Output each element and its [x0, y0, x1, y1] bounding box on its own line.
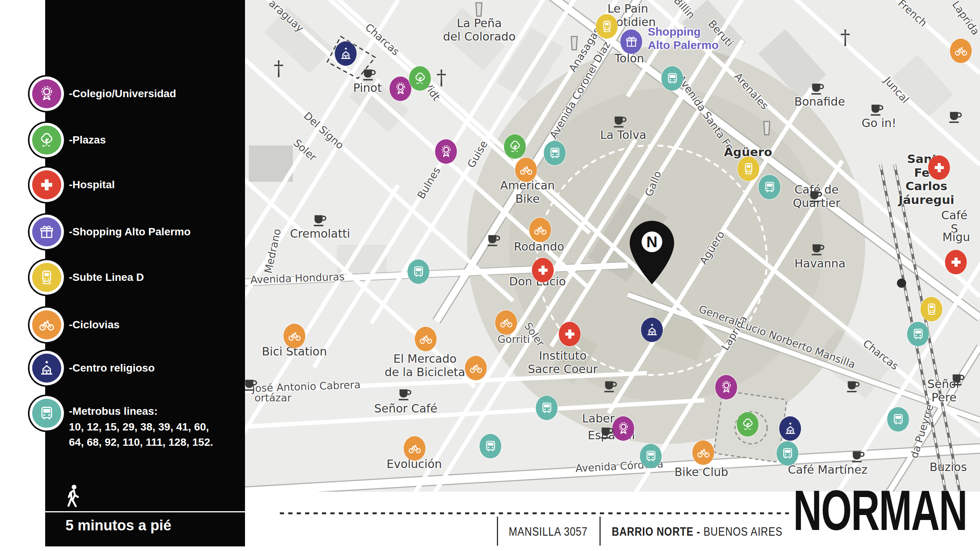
legend-label: -Hospital [69, 177, 115, 193]
map-marker-bus [887, 407, 909, 432]
map-marker-stationdot [897, 279, 906, 288]
legend-item-subte: -Subte Linea D [32, 263, 144, 292]
walk-time: 5 minutos a pié [65, 517, 172, 534]
place-label: Go in! [862, 117, 897, 130]
place-label: La Tolva [600, 129, 647, 142]
map-marker-subte [738, 156, 760, 181]
colegio-icon [32, 79, 61, 108]
place-label: Rodando [514, 240, 564, 254]
map-marker-coffee [602, 377, 619, 395]
footer-dashed-line [280, 512, 789, 514]
map-marker-bike [284, 324, 305, 348]
place-label: Café Martínez [788, 463, 867, 477]
map-marker-coffee [611, 112, 629, 130]
map-marker-bike [465, 356, 487, 380]
location-line: BARRIO NORTE - BUENOS AIRES [612, 525, 813, 539]
bike-icon [32, 310, 61, 339]
legend-item-hospital: -Hospital [32, 170, 115, 199]
place-label: Pinot [353, 82, 382, 95]
map-marker-hospital [928, 155, 950, 180]
location-pin: N [629, 220, 675, 285]
map-marker-bus [544, 141, 566, 165]
map-marker-colegio [435, 139, 457, 164]
map-marker-coffee [598, 424, 616, 441]
norman-logo: NORMAN [793, 482, 967, 539]
map-marker-hospital [532, 258, 554, 282]
place-label: Instituto Sacre Coeur [528, 349, 598, 376]
map-marker-colegio [390, 77, 412, 101]
legend-label: -Colegio/Universidad [69, 86, 176, 102]
city: BUENOS AIRES [700, 525, 782, 538]
flyer: { "colors":{ "colegio":"#A03692","plaza"… [0, 0, 980, 551]
map-marker-coffee [807, 187, 825, 205]
map-marker-bus [536, 396, 558, 420]
map-marker-church [335, 41, 357, 66]
map-marker-coffee [844, 377, 862, 395]
address: MANSILLA 3057 [502, 525, 595, 539]
map-marker-bus [408, 259, 430, 284]
map-marker-coffee [311, 211, 329, 229]
map-marker-coffee [361, 65, 378, 83]
legend-item-church: -Centro religioso [32, 354, 155, 383]
map-marker-hospital [945, 250, 967, 274]
map-marker-coffee [849, 447, 867, 465]
map-marker-subte [921, 297, 942, 321]
map-marker-coffee [809, 80, 826, 97]
subte-icon [32, 263, 61, 292]
map-marker-coffee [947, 108, 964, 126]
legend-label: -Metrobus lineas: 10, 12, 15, 29, 38, 39… [69, 404, 213, 450]
legend-label: -Plazas [69, 132, 106, 148]
map-marker-crosssym: † [840, 26, 850, 49]
place-label: Bike Club [675, 466, 728, 479]
map-marker-shopping [621, 29, 642, 54]
place-label: Cremolatti [290, 227, 350, 241]
pin-letter: N [647, 233, 658, 250]
map: araguayCharcasDel SignoVidtSolerBulnesGu… [245, 0, 980, 492]
street-label: Gorriti [498, 333, 530, 345]
place-label: Señor Café [374, 402, 437, 416]
legend-label: -Shopping Alto Palermo [69, 224, 191, 240]
place-label: Buzios [929, 461, 967, 474]
bus-icon [32, 399, 61, 428]
plaza-icon [32, 126, 61, 155]
legend-label: -Centro religioso [69, 360, 155, 376]
map-marker-plaza [737, 412, 759, 437]
place-label: Shopping Alto Palermo [648, 25, 719, 52]
legend-label: -Subte Linea D [69, 270, 144, 285]
map-marker-bike [693, 440, 714, 465]
place-label: Tolón [614, 52, 644, 65]
map-marker-bike [495, 310, 517, 335]
neighborhood: BARRIO NORTE - [612, 525, 700, 538]
map-marker-beer [470, 1, 488, 18]
map-marker-bike [515, 158, 537, 182]
map-marker-coffee [949, 370, 967, 388]
map-marker-beer [565, 34, 583, 52]
map-marker-crosssym: † [274, 57, 284, 80]
place-label: La Peña del Colorado [443, 17, 515, 43]
map-marker-church [779, 416, 801, 441]
footer-separator [599, 517, 601, 546]
walk-divider [45, 511, 245, 512]
map-marker-coffee [485, 231, 503, 249]
legend-item-bike: -Ciclovias [32, 310, 119, 339]
legend-item-plaza: -Plazas [32, 126, 106, 155]
shopping-icon [32, 217, 61, 246]
legend-label: -Ciclovias [69, 317, 119, 333]
map-marker-coffee [868, 101, 886, 118]
place-label: Migu [942, 231, 970, 244]
map-marker-bus [640, 444, 662, 468]
map-marker-subte [596, 14, 618, 39]
map-marker-church [641, 318, 663, 342]
hospital-icon [32, 170, 61, 199]
map-marker-plaza [504, 134, 526, 159]
map-marker-colegio [715, 375, 737, 399]
map-marker-beer [758, 119, 776, 137]
map-marker-crosssym: † [436, 66, 446, 89]
map-marker-bike [415, 327, 437, 351]
place-label: El Mercado de la Bicicleta [385, 352, 465, 379]
map-marker-bike [529, 218, 551, 242]
walking-person-icon [60, 484, 86, 510]
map-marker-coffee [809, 240, 827, 258]
place-label: Havanna [794, 257, 846, 271]
footer-separator [497, 517, 498, 546]
